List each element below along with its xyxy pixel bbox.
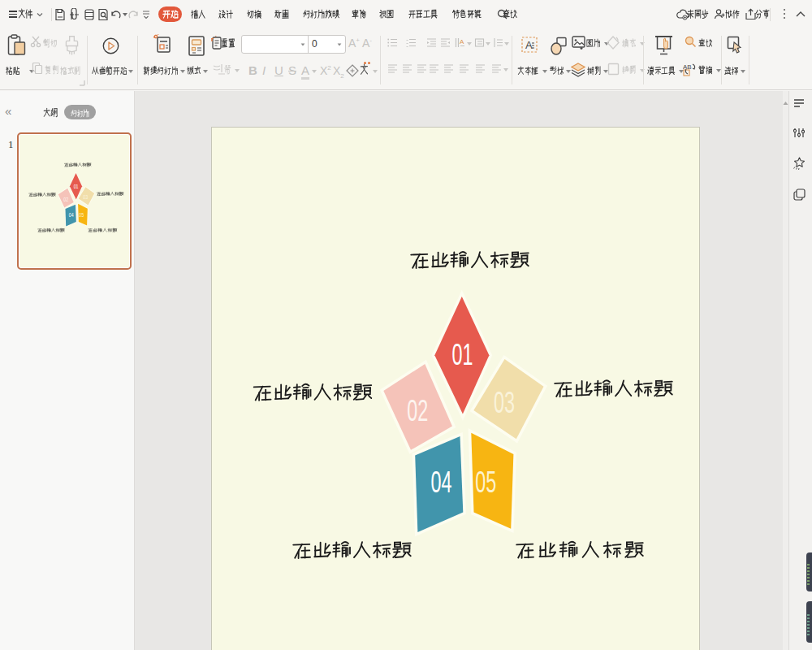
svg-text:05: 05 <box>79 211 84 219</box>
svg-text:04: 04 <box>431 466 452 499</box>
svg-text:02: 02 <box>407 394 428 427</box>
svg-text:04: 04 <box>69 211 74 219</box>
svg-text:01: 01 <box>74 183 79 190</box>
svg-text:05: 05 <box>475 466 496 499</box>
svg-text:03: 03 <box>494 386 515 419</box>
svg-text:03: 03 <box>83 193 88 201</box>
svg-text:A: A <box>525 39 533 51</box>
svg-text:A: A <box>460 38 464 46</box>
svg-text:02: 02 <box>63 196 68 203</box>
svg-text:01: 01 <box>451 338 473 371</box>
